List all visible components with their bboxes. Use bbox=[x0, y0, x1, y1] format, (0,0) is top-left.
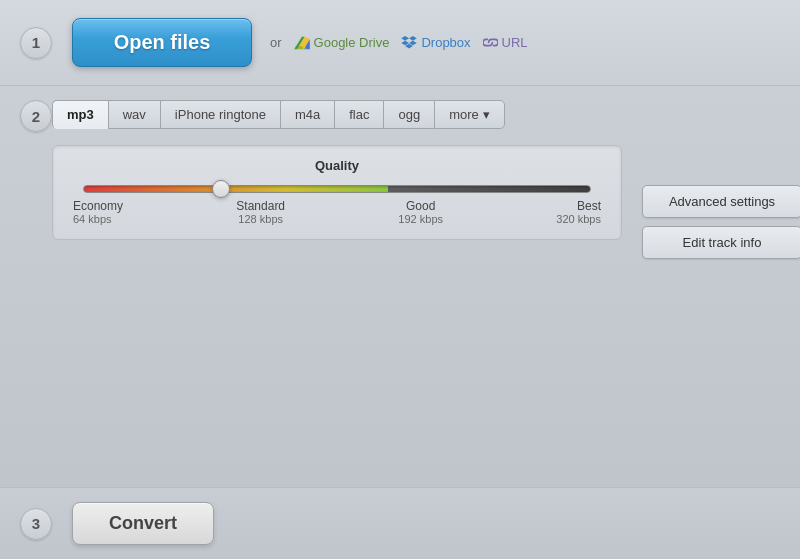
section-2: 2 mp3 wav iPhone ringtone m4a flac bbox=[0, 86, 800, 488]
step-1-circle: 1 bbox=[20, 27, 52, 59]
tab-m4a[interactable]: m4a bbox=[280, 100, 334, 129]
step-3-circle: 3 bbox=[20, 508, 52, 540]
open-files-button[interactable]: Open files bbox=[72, 18, 252, 67]
link-icon bbox=[483, 36, 498, 49]
quality-label-economy: Economy 64 kbps bbox=[73, 199, 123, 225]
section-3: 3 Convert bbox=[0, 488, 800, 559]
quality-label-best: Best 320 kbps bbox=[556, 199, 601, 225]
quality-slider-track-container bbox=[83, 185, 591, 193]
tab-ogg[interactable]: ogg bbox=[383, 100, 434, 129]
quality-slider-track[interactable] bbox=[83, 185, 591, 193]
url-link[interactable]: URL bbox=[483, 35, 528, 50]
section-2-inner: mp3 wav iPhone ringtone m4a flac ogg bbox=[52, 100, 800, 259]
google-drive-link[interactable]: Google Drive bbox=[294, 35, 390, 50]
tab-wav[interactable]: wav bbox=[108, 100, 160, 129]
slider-labels: Economy 64 kbps Standard 128 kbps Good 1… bbox=[73, 199, 601, 225]
advanced-settings-button[interactable]: Advanced settings bbox=[642, 185, 800, 218]
svg-marker-7 bbox=[409, 36, 417, 41]
tab-iphone-ringtone[interactable]: iPhone ringtone bbox=[160, 100, 280, 129]
quality-title: Quality bbox=[73, 158, 601, 173]
dropbox-icon bbox=[401, 36, 417, 50]
dropbox-link[interactable]: Dropbox bbox=[401, 35, 470, 50]
quality-label-standard: Standard 128 kbps bbox=[236, 199, 285, 225]
step-2-circle: 2 bbox=[20, 100, 52, 132]
chevron-down-icon: ▾ bbox=[483, 107, 490, 122]
right-panel: Advanced settings Edit track info bbox=[642, 185, 800, 259]
section-1: 1 Open files or Google Drive bbox=[0, 0, 800, 86]
tab-flac[interactable]: flac bbox=[334, 100, 383, 129]
quality-label-good: Good 192 kbps bbox=[398, 199, 443, 225]
tab-mp3[interactable]: mp3 bbox=[52, 100, 108, 129]
or-text: or bbox=[270, 35, 282, 50]
quality-slider-thumb[interactable] bbox=[212, 180, 230, 198]
edit-track-info-button[interactable]: Edit track info bbox=[642, 226, 800, 259]
quality-container: Quality Economy 64 kbps Standard bbox=[52, 145, 622, 240]
svg-marker-6 bbox=[402, 36, 410, 41]
format-tabs: mp3 wav iPhone ringtone m4a flac ogg bbox=[52, 100, 800, 129]
tab-more[interactable]: more ▾ bbox=[434, 100, 505, 129]
google-drive-icon bbox=[294, 36, 310, 50]
convert-button[interactable]: Convert bbox=[72, 502, 214, 545]
